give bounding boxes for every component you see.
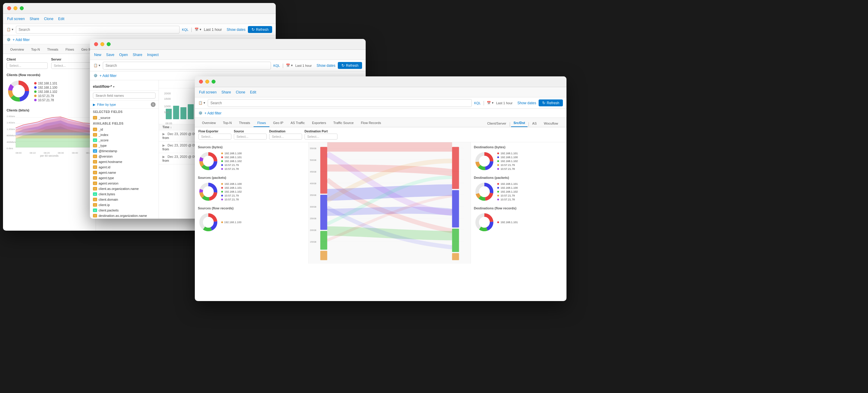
refresh-button-1[interactable]: Refresh [248,26,272,33]
tab-overview-3[interactable]: Overview [198,119,219,127]
maximize-button-2[interactable] [107,42,111,46]
field-dest-as-org[interactable]: t destination.as.organization.name [90,213,159,218]
tab-astraffic-3[interactable]: AS Traffic [287,119,308,127]
add-filter-2[interactable]: + Add filter [99,74,117,78]
field-agent-type[interactable]: t agent.type [90,175,159,181]
inspect-link[interactable]: Inspect [147,53,159,57]
tab-flowrecords-3[interactable]: Flow Records [357,119,384,127]
timerange-2[interactable]: Last 1 hour [295,64,312,67]
expand-icon-2[interactable]: ▶ [162,155,165,159]
open-link[interactable]: Open [119,53,128,57]
search-input-2[interactable] [105,64,268,68]
as-tab[interactable]: AS [530,120,539,127]
new-link[interactable]: New [94,53,101,57]
show-dates-3[interactable]: Show dates [517,101,536,105]
close-button-2[interactable] [94,42,98,46]
dest-pkt-dot-3 [497,195,499,197]
clone-link-1[interactable]: Clone [44,17,53,21]
field-client-ip[interactable]: t client.ip [90,202,159,207]
save-link[interactable]: Save [106,53,114,57]
fullscreen-link-3[interactable]: Full screen [199,90,217,94]
search-input-1[interactable] [19,28,177,32]
dest-bytes-dot-0 [497,153,499,154]
srcdst-tab[interactable]: Src/Dst [511,119,528,127]
client-select[interactable]: Select... [7,62,48,69]
destination-select[interactable]: Select... [269,134,302,139]
field-client-as[interactable]: t client.as.organization.name [90,186,159,191]
flow-exporter-select[interactable]: Select... [198,134,231,139]
index-name-wrap[interactable]: elastiflow-* ▾ [90,83,159,91]
tab-topn-3[interactable]: Top-N [219,119,235,127]
field-agent-id[interactable]: t agent.id [90,164,159,170]
expand-icon-0[interactable]: ▶ [162,132,165,136]
client-server-tab[interactable]: Client/Server [485,120,508,127]
minimize-button-3[interactable] [205,80,209,84]
show-dates-2[interactable]: Show dates [316,64,335,68]
field-source[interactable]: t _source [90,115,159,121]
show-dates-1[interactable]: Show dates [226,28,246,32]
refresh-button-2[interactable]: Refresh [338,62,362,69]
fullscreen-link-1[interactable]: Full screen [7,17,25,21]
edit-link-3[interactable]: Edit [250,90,256,94]
kql-badge-1[interactable]: KQL [182,28,188,31]
tab-geoip-3[interactable]: Geo IP [270,119,287,127]
refresh-button-3[interactable]: Refresh [538,99,563,106]
source-select-3[interactable]: Select... [234,134,267,139]
edit-link-1[interactable]: Edit [58,17,64,21]
wocuflow-tab[interactable]: Wocuflow [541,120,560,127]
share-link-2[interactable]: Share [133,53,143,57]
minimize-button-2[interactable] [100,42,104,46]
timerange-3[interactable]: Last 1 hour [496,101,513,105]
w2-sidebar: elastiflow-* ▾ ▶ Filter by type 0 Select… [90,80,159,219]
clone-link-3[interactable]: Clone [236,90,245,94]
timerange-1[interactable]: Last 1 hour [204,28,222,32]
chart2-x-labels: 08:00 08:10 08:20 08:30 08:40 08:45 [7,152,92,154]
field-index[interactable]: t _index [90,132,159,137]
field-client-domain[interactable]: t client.domain [90,197,159,202]
field-client-bytes[interactable]: n client.bytes [90,191,159,197]
filter-by-type-btn[interactable]: ▶ Filter by type 0 [90,101,159,109]
tab-threats-3[interactable]: Threats [235,119,254,127]
share-link-3[interactable]: Share [221,90,231,94]
field-search-input[interactable] [93,93,156,99]
field-client-packets[interactable]: n client.packets [90,207,159,213]
dest-port-select[interactable]: Select... [305,134,338,139]
kql-badge-2[interactable]: KQL [273,64,280,67]
field-version[interactable]: t @version [90,154,159,159]
tab-flows-1[interactable]: Flows [62,46,78,54]
tab-threats-1[interactable]: Threats [43,46,62,54]
field-score[interactable]: n _score [90,137,159,143]
field-id[interactable]: t _id [90,127,159,132]
tab-overview-1[interactable]: Overview [7,46,28,54]
add-filter-1[interactable]: + Add filter [12,38,30,42]
field-agent-name[interactable]: t agent.name [90,170,159,175]
close-button-3[interactable] [199,80,203,84]
maximize-button-3[interactable] [212,80,216,84]
search-input-3[interactable] [210,101,469,105]
tab-flows-3[interactable]: Flows [254,119,270,127]
field-agent-hostname[interactable]: t agent.hostname [90,159,159,164]
tab-topn-1[interactable]: Top-N [28,46,43,54]
search-input-wrap-2[interactable] [103,62,271,69]
tab-exporters-3[interactable]: Exporters [308,119,330,127]
field-type[interactable]: t _type [90,143,159,148]
add-filter-3[interactable]: + Add filter [205,111,221,115]
field-agent-version[interactable]: t agent.version [90,181,159,186]
index-selector-2[interactable]: 📋 ▾ [94,64,100,67]
index-selector-3[interactable]: 📋 ▾ [198,101,205,105]
field-timestamp[interactable]: d @timestamp [90,148,159,154]
search-input-wrap-3[interactable] [208,99,472,107]
search-input-wrap-1[interactable] [16,26,180,34]
kql-badge-3[interactable]: KQL [474,101,481,105]
tab-trafficsource-3[interactable]: Traffic Source [330,119,357,127]
sources-flow-records-chart: 192.168.1.100 [198,212,305,233]
server-select[interactable]: Select... [51,62,92,69]
share-link-1[interactable]: Share [30,17,39,21]
sources-packets-chart: 192.168.1.100 192.168.1.101 192.168.1.10… [198,181,305,202]
close-button-1[interactable] [7,6,11,10]
expand-icon-1[interactable]: ▶ [162,143,165,147]
maximize-button-1[interactable] [20,6,24,10]
src-bytes-legend-1: 192.168.1.101 [221,156,242,159]
index-selector-1[interactable]: 📋 ▾ [7,28,13,31]
minimize-button-1[interactable] [13,6,18,10]
